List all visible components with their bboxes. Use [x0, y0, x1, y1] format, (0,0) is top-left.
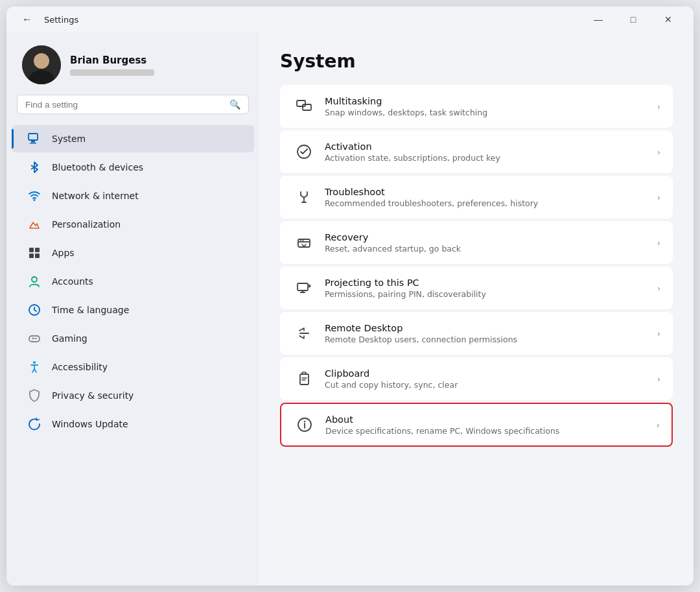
search-container: 🔍	[6, 95, 259, 124]
svg-rect-7	[29, 248, 34, 252]
sidebar-label-network: Network & internet	[52, 191, 139, 201]
svg-point-22	[303, 240, 304, 241]
time-icon	[27, 303, 41, 317]
svg-point-26	[304, 421, 305, 422]
remote-desktop-title: Remote Desktop	[325, 323, 657, 333]
sidebar-label-privacy: Privacy & security	[52, 390, 134, 401]
multitasking-desc: Snap windows, desktops, task switching	[325, 108, 657, 117]
titlebar: ← Settings — □ ✕	[6, 6, 694, 32]
svg-point-21	[300, 240, 301, 241]
clipboard-icon	[292, 367, 316, 390]
sidebar-label-system: System	[52, 134, 86, 144]
activation-chevron: ›	[657, 147, 660, 157]
projecting-chevron: ›	[657, 283, 660, 293]
window-controls: — □ ✕	[583, 9, 683, 30]
projecting-text: Projecting to this PC Permissions, pairi…	[325, 278, 657, 299]
svg-rect-4	[31, 141, 35, 143]
settings-item-multitasking[interactable]: Multitasking Snap windows, desktops, tas…	[280, 85, 673, 128]
svg-rect-23	[298, 283, 308, 290]
activation-title: Activation	[325, 141, 657, 152]
search-icon: 🔍	[229, 99, 240, 110]
settings-item-remote-desktop[interactable]: Remote Desktop Remote Desktop users, con…	[280, 312, 673, 355]
maximize-button[interactable]: □	[618, 9, 648, 30]
svg-rect-5	[30, 143, 36, 144]
svg-rect-18	[303, 104, 311, 110]
about-chevron: ›	[657, 420, 660, 430]
about-title: About	[325, 414, 657, 425]
remote-desktop-desc: Remote Desktop users, connection permiss…	[325, 335, 657, 344]
sidebar-item-accessibility[interactable]: Accessibility	[12, 353, 254, 381]
sidebar-item-apps[interactable]: Apps	[12, 239, 254, 266]
multitasking-chevron: ›	[657, 102, 660, 112]
settings-window: ← Settings — □ ✕	[6, 6, 694, 586]
svg-rect-10	[35, 254, 40, 258]
about-text: About Device specifications, rename PC, …	[325, 414, 657, 436]
minimize-button[interactable]: —	[583, 9, 613, 30]
system-icon	[27, 132, 41, 146]
sidebar-label-gaming: Gaming	[52, 333, 88, 344]
user-info: Brian Burgess	[70, 54, 154, 76]
sidebar-item-bluetooth[interactable]: Bluetooth & devices	[12, 154, 254, 181]
svg-rect-17	[297, 101, 305, 106]
troubleshoot-desc: Recommended troubleshooters, preferences…	[325, 198, 657, 208]
sidebar-item-time[interactable]: Time & language	[12, 296, 254, 324]
page-title: System	[280, 51, 673, 72]
remote-desktop-chevron: ›	[657, 329, 660, 338]
sidebar-label-update: Windows Update	[52, 419, 128, 429]
sidebar-item-gaming[interactable]: Gaming	[12, 325, 254, 352]
troubleshoot-icon	[292, 185, 316, 209]
back-button[interactable]: ←	[17, 9, 38, 30]
accounts-icon	[27, 274, 41, 289]
about-desc: Device specifications, rename PC, Window…	[325, 426, 657, 436]
sidebar: Brian Burgess 🔍	[6, 32, 259, 586]
settings-item-clipboard[interactable]: Clipboard Cut and copy history, sync, cl…	[280, 357, 673, 400]
settings-item-troubleshoot[interactable]: Troubleshoot Recommended troubleshooters…	[280, 176, 673, 219]
sidebar-item-network[interactable]: Network & internet	[12, 182, 254, 209]
svg-point-15	[34, 338, 36, 339]
troubleshoot-title: Troubleshoot	[325, 187, 657, 197]
remote-desktop-text: Remote Desktop Remote Desktop users, con…	[325, 323, 657, 344]
privacy-icon	[27, 388, 41, 403]
recovery-desc: Reset, advanced startup, go back	[325, 244, 657, 254]
recovery-title: Recovery	[325, 232, 657, 243]
sidebar-item-privacy[interactable]: Privacy & security	[12, 382, 254, 409]
activation-text: Activation Activation state, subscriptio…	[325, 141, 657, 163]
sidebar-label-accessibility: Accessibility	[52, 362, 108, 372]
close-button[interactable]: ✕	[653, 9, 683, 30]
network-icon	[27, 189, 41, 203]
recovery-text: Recovery Reset, advanced startup, go bac…	[325, 232, 657, 254]
sidebar-item-personalization[interactable]: Personalization	[12, 211, 254, 238]
settings-item-activation[interactable]: Activation Activation state, subscriptio…	[280, 130, 673, 173]
svg-point-1	[34, 53, 49, 69]
settings-item-about[interactable]: About Device specifications, rename PC, …	[280, 403, 673, 447]
bluetooth-icon	[27, 160, 41, 174]
user-email-placeholder	[70, 69, 154, 76]
svg-rect-13	[29, 336, 40, 342]
svg-rect-24	[300, 374, 309, 385]
sidebar-item-accounts[interactable]: Accounts	[12, 268, 254, 295]
accessibility-icon	[27, 360, 41, 374]
recovery-chevron: ›	[657, 238, 660, 248]
app-title: Settings	[44, 15, 78, 25]
search-input[interactable]	[25, 100, 224, 110]
sidebar-label-accounts: Accounts	[52, 276, 93, 287]
avatar-image	[22, 45, 61, 84]
svg-point-14	[36, 338, 37, 339]
clipboard-desc: Cut and copy history, sync, clear	[325, 380, 657, 390]
multitasking-text: Multitasking Snap windows, desktops, tas…	[325, 96, 657, 117]
projecting-desc: Permissions, pairing PIN, discoverabilit…	[325, 289, 657, 299]
sidebar-item-system[interactable]: System	[12, 125, 254, 152]
user-name: Brian Burgess	[70, 54, 154, 66]
activation-desc: Activation state, subscriptions, product…	[325, 153, 657, 163]
svg-point-6	[34, 199, 36, 201]
troubleshoot-chevron: ›	[657, 193, 660, 202]
search-box[interactable]: 🔍	[17, 95, 249, 114]
user-profile: Brian Burgess	[6, 32, 259, 95]
clipboard-title: Clipboard	[325, 368, 657, 379]
svg-point-16	[33, 361, 36, 364]
remote-desktop-icon	[292, 322, 316, 345]
clipboard-chevron: ›	[657, 374, 660, 384]
sidebar-item-update[interactable]: Windows Update	[12, 410, 254, 438]
settings-item-projecting[interactable]: Projecting to this PC Permissions, pairi…	[280, 266, 673, 309]
settings-item-recovery[interactable]: Recovery Reset, advanced startup, go bac…	[280, 221, 673, 264]
